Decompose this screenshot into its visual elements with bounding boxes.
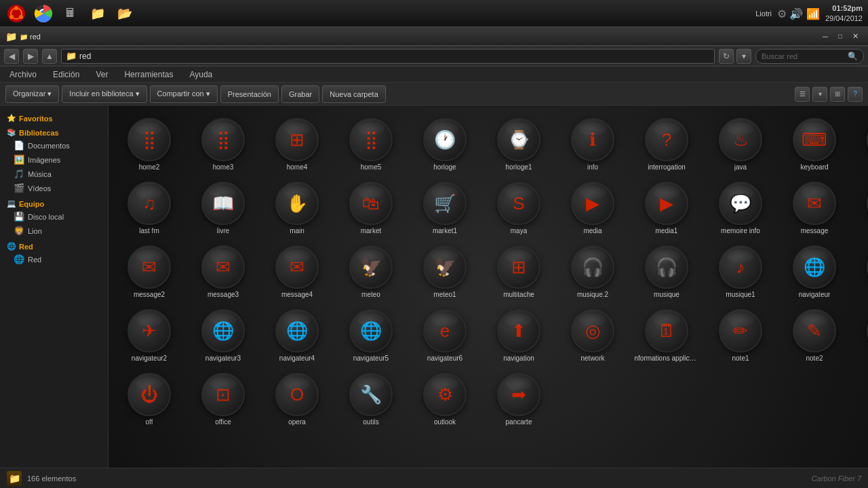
file-item[interactable]: ⊞home4 [263, 113, 331, 174]
file-item[interactable]: 🎧musique [633, 240, 701, 301]
sidebar-item-vídeos[interactable]: 🎬Vídeos [0, 181, 108, 195]
view-details-button[interactable]: ⊞ [830, 87, 845, 102]
file-item[interactable]: 🛍market [337, 176, 405, 237]
file-item[interactable]: ✉message2 [115, 240, 183, 301]
file-item[interactable]: Smaya [485, 176, 553, 237]
back-button[interactable]: ◀ [4, 49, 19, 64]
toolbar-btn-compartir-con[interactable]: Compartir con ▾ [150, 85, 218, 103]
file-item[interactable]: ⣿home3 [189, 113, 257, 174]
file-item[interactable]: ℹinfo [559, 113, 627, 174]
file-label: musique1 [726, 291, 755, 298]
file-item[interactable]: ⊡office [189, 367, 257, 428]
menu-edición[interactable]: Edición [49, 68, 83, 81]
file-item[interactable]: ♫last fm [115, 176, 183, 237]
forward-button[interactable]: ▶ [23, 49, 38, 64]
file-item[interactable]: ⏻off [115, 367, 183, 428]
file-item[interactable]: 🌐navigateur4 [263, 304, 331, 365]
file-item[interactable]: 🌐navigateur1 [854, 240, 868, 301]
file-item[interactable]: ♪musique1 [707, 240, 774, 301]
menu-archivo[interactable]: Archivo [5, 68, 41, 81]
toolbar-btn-nueva-carpeta[interactable]: Nueva carpeta [322, 85, 386, 103]
menu-herramientas[interactable]: Herramientas [120, 68, 177, 81]
file-item[interactable]: ⌨keyboard [781, 113, 848, 174]
close-button[interactable]: ✕ [848, 30, 863, 43]
file-label: home2 [139, 163, 160, 171]
file-item[interactable]: ▶media [559, 176, 627, 237]
file-item[interactable]: 🌐navigateur3 [189, 304, 257, 365]
chrome-taskbar-icon[interactable] [31, 1, 56, 26]
sidebar-item-música[interactable]: 🎵Música [0, 167, 108, 181]
ubuntu-taskbar-icon[interactable] [4, 1, 28, 26]
view-list-button[interactable]: ☰ [795, 87, 810, 102]
file-item[interactable]: ⌨keyboard1 [854, 113, 868, 174]
menu-ver[interactable]: Ver [92, 68, 112, 81]
restore-button[interactable]: □ [833, 30, 848, 43]
file-item[interactable]: ⚙outlook [411, 367, 479, 428]
sidebar-item-red[interactable]: 🌐Red [0, 252, 108, 266]
sidebar-item-lion[interactable]: 🦁Lion [0, 224, 108, 238]
file-item[interactable]: ⣿home2 [115, 113, 183, 174]
file-icon-circle: ✎ [793, 309, 836, 352]
file-item[interactable]: ▶media1 [633, 176, 701, 237]
file-item[interactable]: 💬memoire info [707, 176, 774, 237]
file-label: pancarte [506, 418, 532, 426]
refresh-button[interactable]: ↻ [719, 49, 734, 64]
help-button[interactable]: ? [848, 87, 863, 102]
file-item[interactable]: 📖livre [189, 176, 257, 237]
file-item[interactable]: ✎note2 [781, 304, 848, 365]
file-item[interactable]: ✏note1 [707, 304, 774, 365]
folder-icon-title: 📁 [5, 31, 17, 42]
toolbar-btn-organizar[interactable]: Organizar ▾ [5, 85, 59, 103]
file-item[interactable]: 🕐horloge [411, 113, 479, 174]
file-label: media1 [656, 227, 678, 235]
watermark: Carbon Fiber 7 [812, 474, 861, 483]
file-item[interactable]: ⬆navigation [485, 304, 553, 365]
file-item[interactable]: enavigateur6 [411, 304, 479, 365]
toolbar-btn-presentación[interactable]: Presentación [220, 85, 279, 103]
sidebar-item-imágenes[interactable]: 🖼️Imágenes [0, 152, 108, 167]
file-item[interactable]: ✉message3 [189, 240, 257, 301]
search-box[interactable]: Buscar red 🔍 [755, 49, 864, 64]
file-item[interactable]: ⣿home5 [337, 113, 405, 174]
address-path[interactable]: 📁 red [61, 49, 715, 64]
file-icon-circle: 🛒 [423, 182, 467, 225]
file-item[interactable]: ✉message [781, 176, 848, 237]
file-icon-circle: ✉ [275, 245, 319, 289]
file-item[interactable]: 🔧outils [337, 367, 405, 428]
toolbar-btn-grabar[interactable]: Grabar [281, 85, 319, 103]
file-item[interactable]: ✉message4 [263, 240, 331, 301]
menu-ayuda[interactable]: Ayuda [185, 68, 216, 81]
file-item[interactable]: ✈navigateur2 [115, 304, 183, 365]
sidebar-item-icon: 📄 [14, 140, 24, 150]
file-item[interactable]: ➡pancarte [485, 367, 553, 428]
files-taskbar-icon[interactable]: 📁 [85, 1, 110, 26]
sidebar-item-documentos[interactable]: 📄Documentos [0, 138, 108, 152]
sidebar-item-disco-local[interactable]: 💾Disco local [0, 209, 108, 224]
file-label: last fm [139, 227, 159, 235]
file-item[interactable]: ✉message1 [854, 176, 868, 237]
minimize-button[interactable]: ─ [818, 30, 833, 43]
file-item[interactable]: 🎧musique.2 [559, 240, 627, 301]
file-item[interactable]: 🌐navigateur [781, 240, 848, 301]
folder-taskbar-icon[interactable]: 📂 [113, 1, 137, 26]
file-item[interactable]: 🦅meteo [337, 240, 405, 301]
file-item[interactable]: ♨java [707, 113, 774, 174]
file-item[interactable]: Nnotes [854, 304, 868, 365]
file-item[interactable]: Oopera [263, 367, 331, 428]
file-item[interactable]: ✋main [263, 176, 331, 237]
file-item[interactable]: 🌐navigateur5 [337, 304, 405, 365]
file-item[interactable]: ?interrogation [633, 113, 701, 174]
address-dropdown-button[interactable]: ▾ [736, 49, 751, 64]
file-item[interactable]: 🛒market1 [411, 176, 479, 237]
window-title: 📁 red [20, 33, 818, 41]
toolbar-btn-incluir-en-biblioteca[interactable]: Incluir en biblioteca ▾ [62, 85, 146, 103]
up-button[interactable]: ▲ [42, 49, 57, 64]
file-item[interactable]: ◎network [559, 304, 627, 365]
file-item[interactable]: ⌚horloge1 [485, 113, 553, 174]
calc-taskbar-icon[interactable]: 🖩 [58, 1, 83, 26]
file-item[interactable]: 🦅meteo1 [411, 240, 479, 301]
file-item[interactable]: 🗓nformations applications [633, 304, 701, 365]
view-dropdown-button[interactable]: ▾ [812, 87, 827, 102]
file-label: navigation [503, 354, 534, 362]
file-item[interactable]: ⊞multitache [485, 240, 553, 301]
